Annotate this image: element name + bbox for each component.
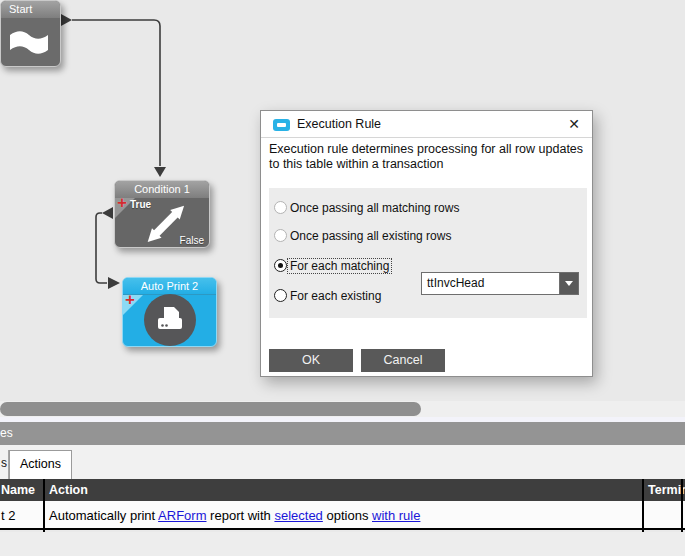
radio-for-each-existing[interactable]: For each existing bbox=[274, 288, 383, 303]
column-action[interactable]: Action bbox=[49, 479, 88, 501]
node-start-title: Start bbox=[1, 1, 60, 18]
column-terminate[interactable]: Termin bbox=[648, 479, 685, 501]
scrollbar-thumb[interactable] bbox=[0, 402, 421, 416]
execution-rule-dialog: Execution Rule ✕ Execution rule determin… bbox=[260, 110, 593, 377]
radio-once-existing[interactable]: Once passing all existing rows bbox=[274, 228, 453, 243]
add-icon[interactable]: + bbox=[117, 194, 127, 211]
action-text: Automatically print bbox=[49, 508, 158, 523]
panel-header-text: es bbox=[0, 426, 13, 440]
radio-group-panel: Once passing all matching rows Once pass… bbox=[269, 188, 587, 318]
arrowhead-right-icon bbox=[108, 277, 120, 289]
table-dropdown[interactable]: ttInvcHead bbox=[421, 272, 579, 295]
cancel-button[interactable]: Cancel bbox=[361, 349, 445, 372]
column-divider bbox=[642, 479, 644, 532]
column-divider bbox=[43, 479, 45, 532]
column-divider bbox=[681, 479, 683, 532]
with-rule-link[interactable]: with rule bbox=[372, 508, 420, 523]
column-name[interactable]: Name bbox=[1, 479, 35, 501]
add-icon[interactable]: + bbox=[125, 291, 135, 308]
tab-conditions-partial[interactable]: s bbox=[0, 450, 9, 479]
radio-once-matching[interactable]: Once passing all matching rows bbox=[274, 200, 461, 215]
table-row[interactable]: t 2 Automatically print ARForm report wi… bbox=[0, 501, 685, 530]
flag-icon bbox=[9, 28, 49, 62]
ok-button[interactable]: OK bbox=[269, 349, 353, 372]
dialog-window-icon bbox=[273, 119, 290, 131]
node-condition[interactable]: Condition 1 + True False bbox=[114, 180, 210, 248]
horizontal-scrollbar[interactable] bbox=[0, 401, 685, 417]
row-name-cell: t 2 bbox=[1, 501, 15, 530]
bpm-designer-screen: Start Condition 1 + True False bbox=[0, 0, 685, 556]
dialog-title: Execution Rule bbox=[297, 117, 381, 131]
dialog-titlebar: Execution Rule ✕ bbox=[261, 111, 592, 138]
condition-true-port-icon bbox=[102, 207, 113, 219]
dropdown-button[interactable] bbox=[559, 273, 578, 294]
radio-for-each-matching[interactable]: For each matching bbox=[274, 258, 391, 273]
tab-strip: s Actions bbox=[0, 445, 685, 479]
action-text: report with bbox=[207, 508, 275, 523]
dialog-description: Execution rule determines processing for… bbox=[269, 142, 591, 172]
radio-circle-icon[interactable] bbox=[274, 289, 287, 302]
arrowhead-down-icon bbox=[154, 167, 166, 177]
printer-icon bbox=[144, 294, 196, 346]
node-auto-print[interactable]: Auto Print 2 + bbox=[122, 277, 217, 347]
node-auto-print-title: Auto Print 2 bbox=[123, 278, 216, 295]
dropdown-value: ttInvcHead bbox=[422, 273, 559, 294]
tab-actions[interactable]: Actions bbox=[9, 450, 72, 479]
node-start[interactable]: Start bbox=[0, 0, 61, 67]
condition-arrow-icon bbox=[139, 200, 191, 248]
start-output-port-icon bbox=[61, 14, 72, 26]
row-action-cell: Automatically print ARForm report with s… bbox=[49, 501, 420, 530]
arform-link[interactable]: ARForm bbox=[158, 508, 206, 523]
radio-circle-icon[interactable] bbox=[274, 259, 287, 272]
panel-footer-area bbox=[0, 532, 685, 556]
radio-circle-icon[interactable] bbox=[274, 229, 287, 242]
selected-options-link[interactable]: selected bbox=[274, 508, 322, 523]
action-text: options bbox=[323, 508, 372, 523]
panel-header-bar: es bbox=[0, 422, 685, 445]
close-icon[interactable]: ✕ bbox=[566, 116, 582, 132]
chevron-down-icon bbox=[565, 281, 573, 286]
node-condition-title: Condition 1 bbox=[115, 181, 209, 198]
radio-circle-icon[interactable] bbox=[274, 201, 287, 214]
table-header: Name Action Termin bbox=[0, 479, 685, 501]
